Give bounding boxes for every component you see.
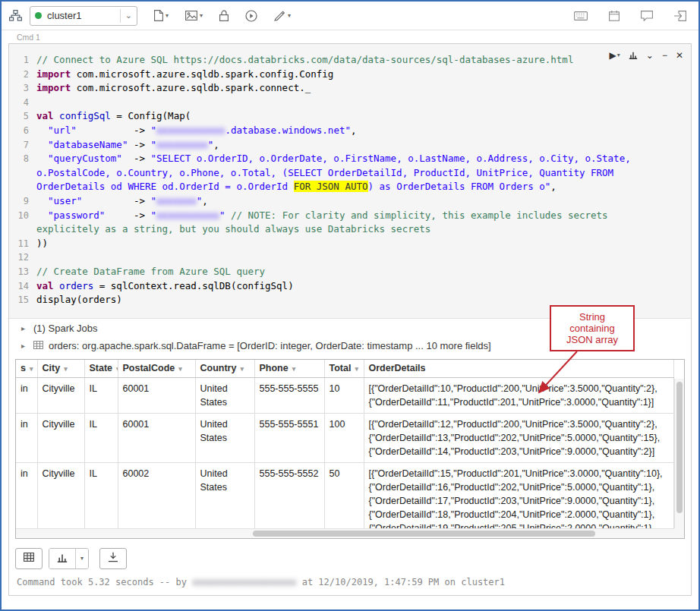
json-line: {"OrderDetailId":19,"ProductId":205,"Uni… bbox=[369, 521, 671, 528]
minimize-cell-button[interactable]: − bbox=[662, 51, 667, 60]
spark-jobs-label[interactable]: (1) Spark Jobs bbox=[33, 323, 98, 334]
column-label: State bbox=[90, 363, 113, 373]
table-cell: Cityville bbox=[37, 463, 84, 528]
json-line: {"OrderDetailId":17,"ProductId":203,"Uni… bbox=[369, 494, 671, 508]
column-header-total[interactable]: Total▾ bbox=[324, 360, 364, 378]
run-all-button[interactable] bbox=[244, 8, 259, 24]
vertical-scrollbar[interactable] bbox=[674, 379, 684, 528]
line-number: 1 bbox=[9, 53, 36, 68]
sort-caret-icon[interactable]: ▾ bbox=[292, 365, 296, 373]
table-cell: 555-555-5555 bbox=[254, 378, 324, 414]
vertical-scrollbar-thumb[interactable] bbox=[676, 382, 683, 513]
play-icon: ▶ bbox=[610, 51, 616, 60]
delete-cell-button[interactable]: ✕ bbox=[676, 51, 683, 60]
view-menu-button[interactable]: ▾ bbox=[184, 9, 204, 22]
column-header-postalcode[interactable]: PostalCode▾ bbox=[118, 360, 195, 378]
code-lines: 1// Connect to Azure SQL https://docs.da… bbox=[9, 53, 691, 307]
code-line: 6 "url" -> "xxxxxxxxxxxx.database.window… bbox=[9, 124, 691, 138]
export-button[interactable] bbox=[673, 9, 688, 23]
eraser-icon bbox=[274, 11, 285, 21]
table-cell: United States bbox=[195, 378, 254, 414]
column-header-s[interactable]: s▾ bbox=[16, 360, 37, 378]
column-header-state[interactable]: State▾ bbox=[84, 360, 118, 378]
line-number: 15 bbox=[9, 293, 36, 307]
collapse-cell-button[interactable]: ⌄ bbox=[646, 51, 654, 60]
run-cell-button[interactable]: ▶ ▾ bbox=[610, 51, 620, 60]
collapsed-triangle-icon[interactable]: ▸ bbox=[21, 342, 28, 350]
display-controls: ▾ bbox=[15, 548, 685, 569]
code-line: 14val orders = sqlContext.read.sqlDB(con… bbox=[9, 279, 691, 294]
export-icon bbox=[674, 11, 686, 21]
cluster-selector[interactable]: cluster1 ⌄ bbox=[30, 6, 137, 26]
sort-caret-icon[interactable]: ▾ bbox=[178, 365, 182, 373]
line-number: 3 bbox=[9, 81, 36, 96]
schedule-button[interactable] bbox=[607, 9, 621, 23]
horizontal-scrollbar-thumb[interactable] bbox=[253, 531, 595, 537]
keyboard-shortcuts-button[interactable] bbox=[572, 10, 589, 22]
chevron-down-icon[interactable]: ⌄ bbox=[125, 11, 132, 20]
notebook-menu-group: ▾ ▾ bbox=[153, 8, 292, 24]
status-prefix: Command took 5.32 seconds -- by bbox=[17, 577, 192, 587]
caret-down-icon: ▾ bbox=[166, 13, 169, 19]
code-line: 5val configSql = Config(Map( bbox=[9, 109, 691, 124]
table-cell: 555-555-5551 bbox=[254, 414, 324, 463]
table-cell: in bbox=[16, 463, 37, 528]
column-header-orderdetails[interactable]: OrderDetails bbox=[364, 360, 674, 378]
json-line: [{"OrderDetailId":15,"ProductId":201,"Un… bbox=[369, 467, 671, 480]
code-line: 2import com.microsoft.azure.sqldb.spark.… bbox=[9, 68, 691, 82]
column-header-country[interactable]: Country▾ bbox=[195, 360, 254, 378]
line-number: 10 bbox=[9, 209, 36, 237]
column-header-city[interactable]: City▾ bbox=[37, 360, 84, 378]
cluster-status-dot bbox=[35, 12, 42, 19]
code-line: 4 bbox=[9, 96, 691, 110]
document-icon bbox=[154, 10, 163, 21]
show-table-button[interactable] bbox=[15, 548, 43, 569]
column-header-phone[interactable]: Phone▾ bbox=[254, 360, 324, 378]
table-cell: 10 bbox=[324, 378, 364, 414]
keyboard-icon bbox=[574, 11, 588, 20]
file-menu-button[interactable]: ▾ bbox=[153, 8, 170, 23]
databricks-notebook: cluster1 ⌄ ▾ ▾ bbox=[0, 0, 700, 611]
comment-icon bbox=[641, 11, 653, 21]
column-label: City bbox=[43, 363, 61, 373]
json-line: [{"OrderDetailId":10,"ProductId":200,"Un… bbox=[369, 382, 671, 395]
json-line: [{"OrderDetailId":12,"ProductId":200,"Un… bbox=[369, 417, 671, 431]
sort-caret-icon[interactable]: ▾ bbox=[64, 365, 68, 373]
chevron-down-icon: ⌄ bbox=[646, 51, 654, 60]
code-editor[interactable]: ▶ ▾ ⌄ − ✕ bbox=[9, 44, 691, 319]
download-results-button[interactable] bbox=[99, 548, 127, 569]
code-text: display(orders) bbox=[36, 293, 122, 307]
order-details-cell: [{"OrderDetailId":15,"ProductId":201,"Un… bbox=[364, 463, 674, 528]
clear-state-button[interactable]: ▾ bbox=[273, 9, 292, 23]
show-chart-button[interactable] bbox=[49, 549, 75, 568]
line-number: 6 bbox=[9, 124, 36, 138]
line-number: 8 bbox=[9, 152, 36, 194]
collapsed-triangle-icon[interactable]: ▸ bbox=[21, 324, 28, 332]
table-cell: United States bbox=[195, 463, 254, 528]
schema-text: orders: org.apache.spark.sql.DataFrame =… bbox=[49, 340, 491, 351]
annotation-line: String bbox=[553, 311, 632, 323]
sort-caret-icon[interactable]: ▾ bbox=[30, 365, 33, 373]
scrollbar-corner bbox=[674, 528, 684, 538]
permissions-button[interactable] bbox=[218, 8, 230, 23]
status-suffix: at 12/10/2019, 1:47:59 PM on cluster1 bbox=[296, 577, 505, 587]
redacted-user: xxxxxxxxxxxxxxxxxxx bbox=[192, 577, 296, 587]
sort-caret-icon[interactable]: ▾ bbox=[240, 365, 244, 373]
cell-controls: ▶ ▾ ⌄ − ✕ bbox=[610, 50, 683, 61]
table-cell: 60001 bbox=[118, 378, 195, 414]
table-header-row: s▾City▾State▾PostalCode▾Country▾Phone▾To… bbox=[16, 360, 674, 378]
close-icon: ✕ bbox=[676, 51, 683, 60]
code-text: "databaseName" -> "xxxxxxxxx", bbox=[36, 138, 219, 153]
sort-caret-icon[interactable]: ▾ bbox=[355, 365, 358, 373]
table-cell: IL bbox=[84, 463, 118, 528]
comments-button[interactable] bbox=[639, 9, 654, 23]
show-chart-button-group: ▾ bbox=[49, 548, 89, 569]
dataframe-grid-icon bbox=[33, 340, 43, 351]
chart-type-dropdown[interactable]: ▾ bbox=[75, 549, 88, 568]
code-text: import com.microsoft.azure.sqldb.spark.c… bbox=[36, 81, 311, 96]
column-label: PostalCode bbox=[123, 363, 175, 373]
annotation-callout: String containing JSON array bbox=[550, 305, 635, 351]
horizontal-scrollbar[interactable] bbox=[16, 528, 674, 538]
code-line: 11)) bbox=[9, 237, 691, 251]
dashboard-chart-button[interactable] bbox=[629, 50, 638, 61]
